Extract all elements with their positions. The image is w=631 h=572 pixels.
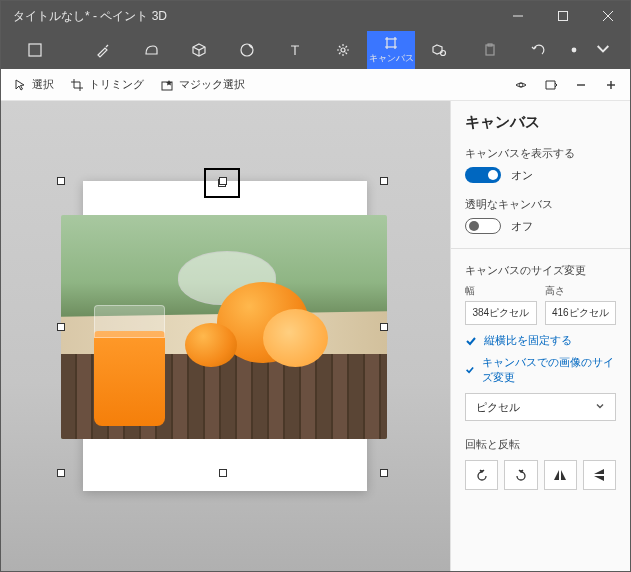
magic-select-tool[interactable]: マジック選択	[160, 77, 245, 92]
titlebar: タイトルなし* - ペイント 3D	[1, 1, 630, 31]
properties-panel: キャンバス キャンバスを表示する オン 透明なキャンバス オフ キャンバスのサイ…	[450, 101, 630, 571]
menu-button[interactable]	[11, 31, 59, 69]
width-label: 幅	[465, 284, 537, 298]
undo-button[interactable]	[514, 31, 562, 69]
rotate-flip-title: 回転と反転	[465, 437, 616, 452]
unit-dropdown[interactable]: ピクセル	[465, 393, 616, 421]
svg-point-13	[519, 83, 523, 87]
checkmark-icon	[465, 335, 477, 347]
minimize-button[interactable]	[495, 1, 540, 31]
show-canvas-state: オン	[511, 168, 533, 183]
3d-shapes-tool[interactable]	[175, 31, 223, 69]
panel-title: キャンバス	[465, 113, 616, 132]
canvas-tool[interactable]: キャンバス	[367, 31, 415, 69]
3d-library-tool[interactable]	[415, 31, 463, 69]
resize-section-title: キャンバスのサイズ変更	[465, 263, 616, 278]
unit-value: ピクセル	[476, 400, 520, 415]
brushes-tool[interactable]	[79, 31, 127, 69]
crop-tool[interactable]: トリミング	[70, 77, 144, 92]
svg-point-11	[572, 48, 577, 53]
select-tool[interactable]: 選択	[13, 77, 54, 92]
sub-toolbar: 選択 トリミング マジック選択	[1, 69, 630, 101]
svg-point-8	[441, 51, 446, 56]
height-input[interactable]: 416ピクセル	[545, 301, 617, 325]
flip-vertical-button[interactable]	[583, 460, 616, 490]
resize-handle-bl[interactable]	[57, 469, 65, 477]
paint3d-window: タイトルなし* - ペイント 3D	[0, 0, 631, 572]
show-canvas-label: キャンバスを表示する	[465, 146, 616, 161]
resize-handle-tl[interactable]	[57, 177, 65, 185]
view-3d-button[interactable]	[514, 78, 528, 92]
flip-horizontal-button[interactable]	[544, 460, 577, 490]
height-label: 高さ	[545, 284, 617, 298]
checkmark-icon	[465, 364, 475, 376]
main-toolbar: キャンバス	[1, 31, 630, 69]
resize-handle-tr[interactable]	[380, 177, 388, 185]
transparent-canvas-state: オフ	[511, 219, 533, 234]
zoom-in-button[interactable]	[604, 78, 618, 92]
lock-aspect-checkbox[interactable]: 縦横比を固定する	[465, 333, 616, 348]
window-controls	[495, 1, 630, 31]
mixed-reality-button[interactable]	[544, 78, 558, 92]
svg-rect-7	[387, 39, 395, 47]
rotate-left-button[interactable]	[504, 460, 537, 490]
inserted-image[interactable]	[61, 215, 387, 439]
resize-handle-ml[interactable]	[57, 323, 65, 331]
magic-select-label: マジック選択	[179, 77, 245, 92]
main-area: キャンバス キャンバスを表示する オン 透明なキャンバス オフ キャンバスのサイ…	[1, 101, 630, 571]
svg-rect-1	[558, 12, 567, 21]
canvas-tool-label: キャンバス	[369, 52, 414, 65]
stickers-tool[interactable]	[223, 31, 271, 69]
resize-handle-bm[interactable]	[219, 469, 227, 477]
zoom-out-button[interactable]	[574, 78, 588, 92]
chevron-down-icon	[595, 401, 605, 413]
show-canvas-toggle[interactable]	[465, 167, 501, 183]
text-tool[interactable]	[271, 31, 319, 69]
history-dropdown[interactable]	[562, 31, 586, 69]
resize-handle-mr[interactable]	[380, 323, 388, 331]
svg-point-6	[341, 48, 345, 52]
paste-button[interactable]	[466, 31, 514, 69]
close-button[interactable]	[585, 1, 630, 31]
canvas-viewport[interactable]	[1, 101, 450, 571]
resize-handle-tm[interactable]	[219, 177, 227, 185]
2d-shapes-tool[interactable]	[127, 31, 175, 69]
redo-button[interactable]	[586, 31, 620, 69]
transparent-canvas-label: 透明なキャンバス	[465, 197, 616, 212]
width-input[interactable]: 384ピクセル	[465, 301, 537, 325]
rotate-right-button[interactable]	[465, 460, 498, 490]
effects-tool[interactable]	[319, 31, 367, 69]
resize-handle-br[interactable]	[380, 469, 388, 477]
select-label: 選択	[32, 77, 54, 92]
lock-aspect-label: 縦横比を固定する	[484, 333, 572, 348]
window-title: タイトルなし* - ペイント 3D	[1, 8, 495, 25]
transparent-canvas-toggle[interactable]	[465, 218, 501, 234]
svg-rect-4	[29, 44, 41, 56]
crop-label: トリミング	[89, 77, 144, 92]
maximize-button[interactable]	[540, 1, 585, 31]
resize-image-label: キャンバスでの画像のサイズ変更	[482, 355, 616, 385]
svg-point-5	[241, 44, 253, 56]
resize-image-checkbox[interactable]: キャンバスでの画像のサイズ変更	[465, 355, 616, 385]
